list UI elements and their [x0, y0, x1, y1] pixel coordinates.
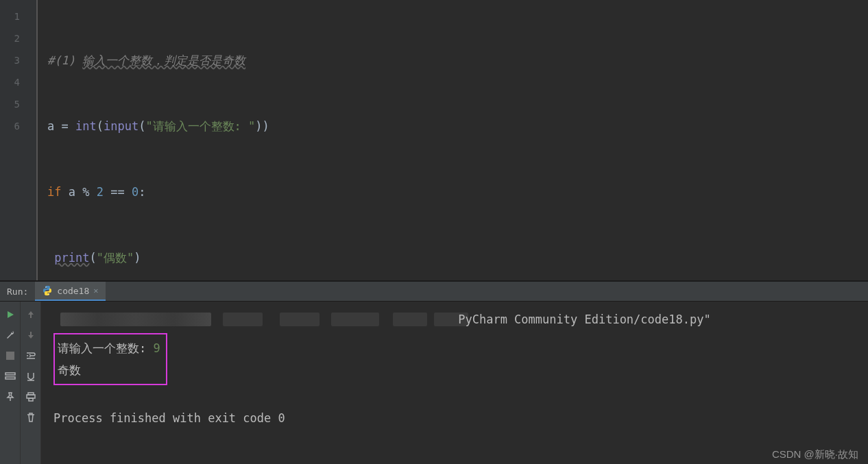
line-number: 1: [0, 5, 36, 27]
soft-wrap-icon[interactable]: [23, 348, 38, 363]
svg-point-1: [49, 293, 49, 294]
trash-icon[interactable]: [23, 410, 38, 425]
python-file-icon: [42, 285, 53, 296]
line-number: 2: [0, 27, 36, 49]
run-toolbar-primary: [0, 302, 21, 464]
code-area[interactable]: #(1) 输入一个整数，判定是否是奇数 a = int(input("请输入一个…: [38, 0, 868, 280]
stdout-line: 奇数: [58, 359, 160, 381]
editor-area: 1 2 3 4 5 6 #(1) 输入一个整数，判定是否是奇数 a = int(…: [0, 0, 868, 281]
run-command-line: PyCharm Community Edition/code18.py": [53, 308, 856, 330]
line-number: 3: [0, 49, 36, 71]
console-output[interactable]: PyCharm Community Edition/code18.py" 请输入…: [41, 302, 868, 464]
watermark: CSDN @新晓·故知: [772, 448, 858, 461]
layout-icon[interactable]: [3, 369, 18, 384]
redacted-path: [393, 313, 427, 326]
exit-line: Process finished with exit code 0: [53, 407, 856, 429]
run-label: Run:: [0, 286, 35, 297]
line-number: 5: [0, 93, 36, 115]
run-toolbar-secondary: [21, 302, 41, 464]
redacted-path: [331, 313, 379, 326]
svg-rect-7: [29, 398, 33, 401]
close-icon[interactable]: ✕: [93, 286, 98, 295]
run-button[interactable]: [3, 307, 18, 322]
svg-rect-2: [6, 352, 14, 360]
code-line-3[interactable]: if a % 2 == 0:: [47, 181, 858, 203]
gutter: 1 2 3 4 5 6: [0, 0, 38, 280]
redacted-path: [60, 313, 211, 326]
arrow-up-icon[interactable]: [23, 307, 38, 322]
run-tab-name: code18: [57, 286, 89, 296]
code-line-4[interactable]: print("偶数"): [47, 247, 858, 269]
code-line-1[interactable]: #(1) 输入一个整数，判定是否是奇数: [47, 49, 858, 71]
redacted-path: [223, 313, 263, 326]
stdin-line: 请输入一个整数: 9: [58, 337, 160, 359]
stop-button[interactable]: [3, 348, 18, 363]
svg-point-0: [46, 286, 47, 287]
scroll-to-end-icon[interactable]: [23, 369, 38, 384]
svg-rect-3: [5, 373, 15, 375]
pin-icon[interactable]: [3, 389, 18, 404]
line-number: 6: [0, 115, 36, 137]
arrow-down-icon[interactable]: [23, 328, 38, 343]
print-icon[interactable]: [23, 389, 38, 404]
line-number: 4: [0, 71, 36, 93]
run-panel: PyCharm Community Edition/code18.py" 请输入…: [0, 302, 868, 464]
blank-line: [53, 385, 856, 407]
run-path-suffix: PyCharm Community Edition/code18.py": [451, 308, 711, 330]
wrench-icon[interactable]: [3, 328, 18, 343]
svg-rect-4: [5, 377, 15, 379]
redacted-path: [280, 313, 320, 326]
highlight-annotation: 请输入一个整数: 9 奇数: [53, 333, 167, 385]
run-tab[interactable]: code18 ✕: [35, 282, 105, 301]
code-line-2[interactable]: a = int(input("请输入一个整数: ")): [47, 115, 858, 137]
